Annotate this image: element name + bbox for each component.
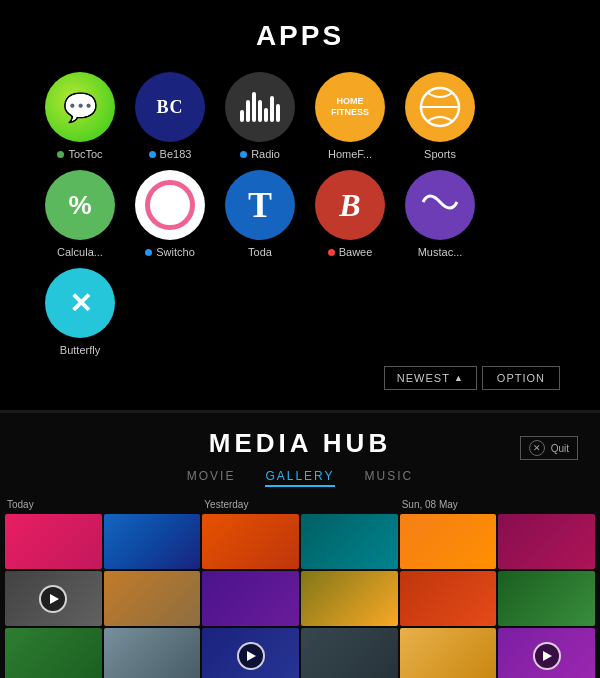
quit-x-icon: ✕ [529,440,545,456]
media-section: MEDIA HUB ✕ Quit MOVIE GALLERY MUSIC Tod… [0,413,600,678]
app-item-toctoc[interactable]: 💬 TocToc [40,72,120,160]
thumb-may-1[interactable] [400,514,497,569]
thumb-may-5[interactable] [400,628,497,678]
thumb-today-1[interactable] [5,514,102,569]
thumb-yesterday-5[interactable] [202,628,299,678]
gallery-thumbs-today [5,514,200,678]
apps-grid: 💬 TocToc BC Be183 [30,72,570,356]
app-label-mustac: Mustac... [418,246,463,258]
gallery-group-may: Sun, 08 May [400,499,595,678]
app-label-calculator: Calcula... [57,246,103,258]
sort-arrow-icon: ▲ [454,373,464,383]
app-item-radio[interactable]: Radio [220,72,300,160]
switcho-ring-icon [145,180,195,230]
thumb-may-2[interactable] [498,514,595,569]
toctoc-bubble-icon: 💬 [63,91,98,124]
apps-option-button[interactable]: OPTION [482,366,560,390]
gallery-thumbs-may [400,514,595,678]
app-icon-switcho [135,170,205,240]
media-quit-button[interactable]: ✕ Quit [520,436,578,460]
gallery-group-label-yesterday: Yesterday [202,499,397,510]
app-icon-toda: T [225,170,295,240]
app-dot-be183 [149,151,156,158]
app-item-mustac[interactable]: Mustac... [400,170,480,258]
tab-movie[interactable]: MOVIE [187,467,236,487]
newest-sort-button[interactable]: NEWEST ▲ [384,366,477,390]
gallery-group-yesterday: Yesterday [202,499,397,678]
app-label-toctoc: TocToc [57,148,102,160]
gallery-group-today: Today [5,499,200,678]
app-dot-switcho [145,249,152,256]
bawee-b-icon: B [339,187,360,224]
app-item-toda[interactable]: T Toda [220,170,300,258]
media-title: MEDIA HUB [0,428,600,459]
homefitness-text-icon: HOMEFITNESS [331,96,369,118]
app-label-bawee: Bawee [328,246,373,258]
app-label-radio: Radio [240,148,280,160]
radio-bars-icon [240,92,280,122]
app-item-switcho[interactable]: Switcho [130,170,210,258]
app-dot-toctoc [57,151,64,158]
gallery-grid-container: Today Yesterday [0,499,600,678]
tab-music[interactable]: MUSIC [365,467,414,487]
be183-text-icon: BC [156,97,183,118]
tab-gallery[interactable]: GALLERY [265,467,334,487]
app-label-toda: Toda [248,246,272,258]
apps-section: APPS 💬 TocToc BC Be183 [0,0,600,413]
calculator-percent-icon: % [68,190,91,221]
apps-title: APPS [30,20,570,52]
app-item-homefitness[interactable]: HOMEFITNESS HomeF... [310,72,390,160]
play-button-today-3[interactable] [39,585,67,613]
thumb-may-6[interactable] [498,628,595,678]
thumb-yesterday-1[interactable] [202,514,299,569]
apps-footer: NEWEST ▲ OPTION [30,356,570,395]
app-dot-radio [240,151,247,158]
app-icon-calculator: % [45,170,115,240]
mustac-wave-icon [418,180,462,230]
app-item-calculator[interactable]: % Calcula... [40,170,120,258]
app-icon-butterfly: ✕ [45,268,115,338]
app-label-switcho: Switcho [145,246,195,258]
app-icon-be183: BC [135,72,205,142]
app-label-butterfly: Butterfly [60,344,100,356]
gallery-group-label-may: Sun, 08 May [400,499,595,510]
thumb-may-4[interactable] [498,571,595,626]
thumb-today-2[interactable] [104,514,201,569]
app-item-sports[interactable]: Sports [400,72,480,160]
app-dot-bawee [328,249,335,256]
app-icon-radio [225,72,295,142]
play-button-may-6[interactable] [533,642,561,670]
thumb-yesterday-3[interactable] [202,571,299,626]
thumb-yesterday-4[interactable] [301,571,398,626]
app-icon-bawee: B [315,170,385,240]
butterfly-x-icon: ✕ [69,287,92,320]
media-tabs: MOVIE GALLERY MUSIC [0,467,600,487]
play-button-yesterday-5[interactable] [237,642,265,670]
app-label-homefitness: HomeF... [328,148,372,160]
app-label-be183: Be183 [149,148,192,160]
thumb-yesterday-2[interactable] [301,514,398,569]
thumb-today-3[interactable] [5,571,102,626]
app-icon-homefitness: HOMEFITNESS [315,72,385,142]
play-triangle-icon-2 [247,651,256,661]
app-icon-mustac [405,170,475,240]
app-icon-sports [405,72,475,142]
thumb-today-6[interactable] [104,628,201,678]
gallery-thumbs-yesterday [202,514,397,678]
play-triangle-icon-3 [543,651,552,661]
sports-ball-icon [418,85,462,129]
gallery-group-label-today: Today [5,499,200,510]
thumb-yesterday-6[interactable] [301,628,398,678]
app-item-be183[interactable]: BC Be183 [130,72,210,160]
app-icon-toctoc: 💬 [45,72,115,142]
app-item-butterfly[interactable]: ✕ Butterfly [40,268,120,356]
thumb-today-5[interactable] [5,628,102,678]
thumb-may-3[interactable] [400,571,497,626]
app-label-sports: Sports [424,148,456,160]
app-item-bawee[interactable]: B Bawee [310,170,390,258]
play-triangle-icon [50,594,59,604]
toda-t-icon: T [248,184,272,226]
thumb-today-4[interactable] [104,571,201,626]
